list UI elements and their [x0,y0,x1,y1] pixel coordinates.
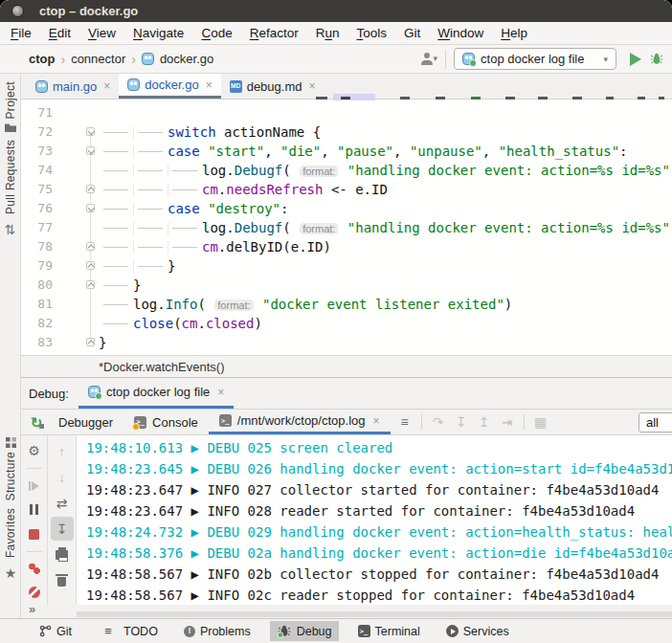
tab-whitespace [99,260,133,273]
menu-refactor[interactable]: Refactor [241,24,307,42]
token: ( [197,297,213,312]
pull-requests-icon: ⇅ [0,218,21,241]
code-line: 76case "destroy": [21,199,672,218]
window-button-icon[interactable] [11,5,24,17]
line-number: 76 [21,199,53,218]
console-tab-label: /mnt/work/ctop/ctop.log [237,413,366,428]
print-icon-button[interactable] [51,543,74,566]
fold-marker-icon[interactable] [86,280,95,289]
stripe-item-structure[interactable]: Structure [0,437,21,500]
statusbar-item-services[interactable]: Services [439,622,516,641]
stop-icon [29,529,39,540]
stripe-item-label: Structure [4,452,17,500]
menu-file[interactable]: File [2,24,40,42]
token [255,297,262,312]
menu-tools[interactable]: Tools [347,24,395,42]
menu-help[interactable]: Help [492,24,536,42]
close-icon[interactable]: × [217,386,224,399]
run-button[interactable] [630,53,641,66]
tab-whitespace [133,222,168,234]
breadcrumb-item[interactable]: connector [71,52,125,66]
up-icon-button[interactable]: ↑ [51,439,74,463]
fold-marker-icon[interactable] [86,242,95,251]
log-filter-select[interactable]: all [638,412,672,432]
view-breakpoints-icon-button[interactable] [23,558,46,580]
statusbar-item-git[interactable]: Git [33,622,78,641]
menu-view[interactable]: View [79,24,124,42]
token: , [482,144,499,159]
more-icon[interactable]: » [29,602,35,616]
statusbar-item-problems[interactable]: !Problems [177,622,258,641]
method-breadcrumb[interactable]: *Docker.watchEvents() [21,355,672,377]
statusbar-item-todo[interactable]: ≡TODO [91,617,165,643]
log-output[interactable]: 19:48:10.613 ▶ DEBU 025 screen cleared19… [77,435,672,605]
chevron-down-icon: ▾ [603,55,608,64]
close-icon[interactable]: × [206,78,213,92]
menu-run[interactable]: Run [307,24,348,42]
stripe-item-favorites[interactable]: Favorites★ [0,508,21,585]
token: <- e.ID [323,182,387,197]
step-out-icon[interactable]: ↥ [474,410,495,433]
breadcrumb-item[interactable]: docker.go [160,52,213,66]
restore-layout-icon[interactable]: ▦ [530,410,551,433]
soft-wrap-icon-button[interactable]: ⇄ [51,491,74,515]
stripe-top: ProjectPull Requests⇅ [0,81,20,241]
token: case [168,201,200,216]
stripe-item-project[interactable]: Project [0,81,20,132]
close-icon[interactable]: × [308,79,315,93]
stop-icon-button[interactable] [23,522,46,544]
fold-marker-icon[interactable] [86,185,95,193]
stripe-item-pull-requests[interactable]: Pull Requests⇅ [0,140,20,241]
clear-icon-button[interactable] [51,568,74,592]
statusbar-item-terminal[interactable]: >_Terminal [351,622,427,641]
run-to-cursor-icon[interactable]: ⇥ [497,410,518,433]
console-tab--mnt-work-ctop-ctop-log[interactable]: >_/mnt/work/ctop/ctop.log× [209,410,391,434]
menu-window[interactable]: Window [429,24,492,42]
horizontal-scrollbar[interactable] [77,611,672,617]
run-config-select[interactable]: ctop docker log file ▾ [454,48,616,70]
menu-git[interactable]: Git [395,24,429,42]
token: ) [254,316,261,331]
mute-breakpoints-icon-button[interactable] [23,582,46,604]
gutter-fold-area [53,276,99,295]
token: ( [282,220,299,235]
pause-icon-button[interactable] [23,499,46,521]
fold-marker-icon[interactable] [86,146,95,155]
wrench-icon-button[interactable]: ⚙ [23,439,46,462]
statusbar-item-debug[interactable]: Debug [270,621,339,641]
menu-edit[interactable]: Edit [40,24,79,42]
title-bar[interactable]: ctop – docker.go [0,0,672,22]
tab-whitespace [133,145,168,158]
menu-navigate[interactable]: Navigate [124,24,192,42]
token: actionName { [216,124,322,140]
close-icon[interactable]: × [372,414,379,428]
git-branch-icon [39,625,52,637]
breadcrumb-item[interactable]: ctop [29,52,55,66]
close-icon[interactable]: × [103,79,110,93]
fold-marker-icon[interactable] [86,204,95,212]
menu-code[interactable]: Code [192,24,240,42]
step-over-icon[interactable]: ↷ [428,410,449,433]
debug-session-tab[interactable]: ctop docker log file× [78,378,234,409]
console-tab-debugger[interactable]: Debugger [48,410,123,434]
step-into-icon[interactable]: ↧ [451,410,472,433]
token: "docker event listener exited" [262,297,504,312]
fold-marker-icon[interactable] [86,338,95,346]
scroll-end-icon-button[interactable]: ↧ [51,517,74,541]
user-avatar-icon[interactable]: ▾ [420,53,438,65]
down-icon-button[interactable]: ↓ [51,465,74,489]
gopher-icon [142,53,154,65]
line-number: 75 [21,180,53,199]
menu-icon[interactable]: ≡ [394,410,415,433]
favorites-star-icon: ★ [0,562,21,585]
console-tab-console[interactable]: >_Console [123,410,209,434]
gutter-fold-area [53,122,99,142]
fold-marker-icon[interactable] [86,127,95,136]
resume-icon-button[interactable] [23,475,46,497]
debug-button[interactable] [649,52,664,66]
log-filter-value: all [646,415,659,430]
code-editor[interactable]: 7172switch actionName {73case "start", "… [21,100,672,355]
fold-marker-icon[interactable] [86,261,95,270]
tab-label: docker.go [145,78,198,92]
rerun-button[interactable]: ↻ [25,410,48,433]
